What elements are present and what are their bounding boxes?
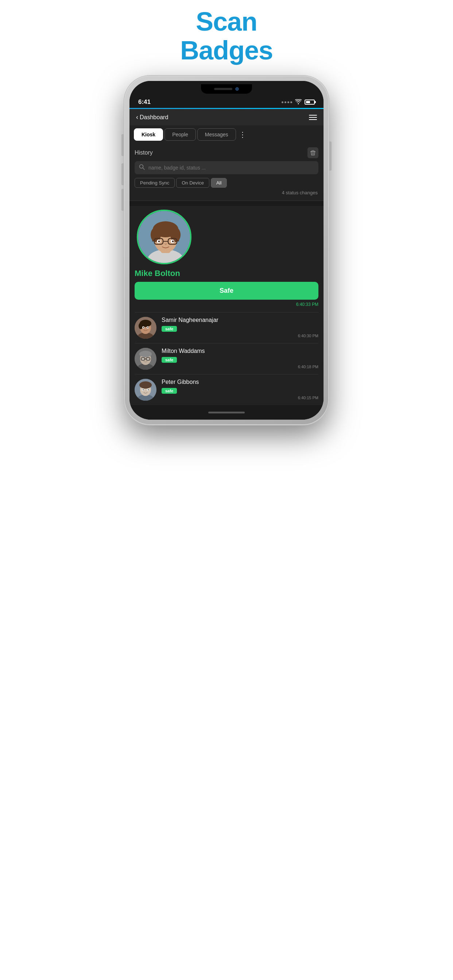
svg-point-43 xyxy=(148,359,148,360)
search-icon xyxy=(139,164,145,171)
svg-point-52 xyxy=(148,390,149,390)
history-label: History xyxy=(135,150,153,156)
tabs-row: Kiosk People Messages ⋮ xyxy=(129,126,324,144)
tab-kiosk[interactable]: Kiosk xyxy=(134,128,163,141)
battery-fill xyxy=(306,101,310,103)
phone-inner: 6:41 xyxy=(129,81,324,420)
status-bar: 6:41 xyxy=(129,97,324,108)
featured-avatar xyxy=(137,210,191,264)
svg-point-21 xyxy=(172,240,174,242)
back-button[interactable]: ‹ Dashboard xyxy=(136,113,168,121)
featured-person: Mike Bolton Safe 6:40:33 PM xyxy=(129,206,324,312)
safe-button[interactable]: Safe xyxy=(135,282,318,300)
battery-icon xyxy=(305,100,315,105)
person-name: Peter Gibbons xyxy=(161,379,318,385)
person-time: 6:40:30 PM xyxy=(298,334,318,338)
status-time: 6:41 xyxy=(138,99,151,106)
person-time: 6:40:15 PM xyxy=(298,396,318,400)
person-time: 6:40:18 PM xyxy=(298,364,318,369)
hero-line1: Scan xyxy=(196,7,257,36)
person-name: Milton Waddams xyxy=(161,348,318,355)
list-item[interactable]: Samir Nagheenanajar safe 6:40:30 PM xyxy=(135,312,318,343)
svg-point-36 xyxy=(139,351,152,357)
history-section: History xyxy=(129,144,324,200)
menu-button[interactable] xyxy=(309,115,317,120)
speaker xyxy=(214,88,232,90)
featured-person-name: Mike Bolton xyxy=(135,269,180,278)
person-name: Samir Nagheenanajar xyxy=(161,317,318,323)
notch-bar xyxy=(129,81,324,97)
svg-point-30 xyxy=(143,327,144,328)
person-info: Milton Waddams safe xyxy=(161,348,318,363)
hero-line2: Badges xyxy=(180,36,273,65)
page-wrapper: Scan Badges 6:41 xyxy=(113,7,340,425)
status-badge: safe xyxy=(161,326,177,332)
svg-point-48 xyxy=(139,381,152,389)
status-badge: safe xyxy=(161,357,177,363)
status-badge: safe xyxy=(161,388,177,394)
filter-pending-sync[interactable]: Pending Sync xyxy=(135,178,175,188)
avatar xyxy=(135,317,156,339)
featured-person-time: 6:40:33 PM xyxy=(296,302,318,307)
tab-people[interactable]: People xyxy=(164,128,196,141)
phone-bottom xyxy=(129,405,324,420)
svg-point-42 xyxy=(143,359,144,360)
svg-point-20 xyxy=(158,240,160,242)
camera xyxy=(235,87,239,91)
search-bar xyxy=(135,161,318,174)
svg-point-51 xyxy=(143,390,144,390)
tab-messages[interactable]: Messages xyxy=(197,128,236,141)
list-item[interactable]: Peter Gibbons safe 6:40:15 PM xyxy=(135,374,318,405)
featured-avatar-img xyxy=(138,211,190,263)
wifi-icon xyxy=(295,99,301,105)
avatar xyxy=(135,348,156,370)
filter-on-device[interactable]: On Device xyxy=(176,178,209,188)
svg-point-31 xyxy=(147,327,148,328)
clear-history-button[interactable] xyxy=(308,147,318,158)
person-info: Samir Nagheenanajar safe xyxy=(161,317,318,332)
hero-title: Scan Badges xyxy=(180,7,273,65)
filter-tabs: Pending Sync On Device All xyxy=(135,178,318,188)
home-indicator xyxy=(208,412,245,414)
list-item[interactable]: Milton Waddams safe 6:40:18 PM xyxy=(135,343,318,374)
history-header: History xyxy=(135,147,318,158)
status-changes-count: 4 status changes xyxy=(135,190,318,198)
phone-shell: 6:41 xyxy=(124,76,329,425)
avatar xyxy=(135,379,156,401)
trash-icon xyxy=(310,150,316,156)
back-chevron-icon: ‹ xyxy=(136,113,138,121)
search-input[interactable] xyxy=(148,165,314,170)
filter-all[interactable]: All xyxy=(211,178,227,188)
back-label: Dashboard xyxy=(140,114,168,121)
person-info: Peter Gibbons safe xyxy=(161,379,318,394)
section-divider xyxy=(129,200,324,201)
person-list: Samir Nagheenanajar safe 6:40:30 PM xyxy=(129,312,324,405)
svg-line-4 xyxy=(143,168,145,170)
svg-point-27 xyxy=(139,323,143,329)
app-header: ‹ Dashboard xyxy=(129,109,324,126)
face-svg xyxy=(138,211,190,263)
tabs-more-icon[interactable]: ⋮ xyxy=(239,130,246,139)
signal-icon xyxy=(282,101,292,103)
status-icons xyxy=(282,99,315,105)
notch xyxy=(201,84,252,94)
